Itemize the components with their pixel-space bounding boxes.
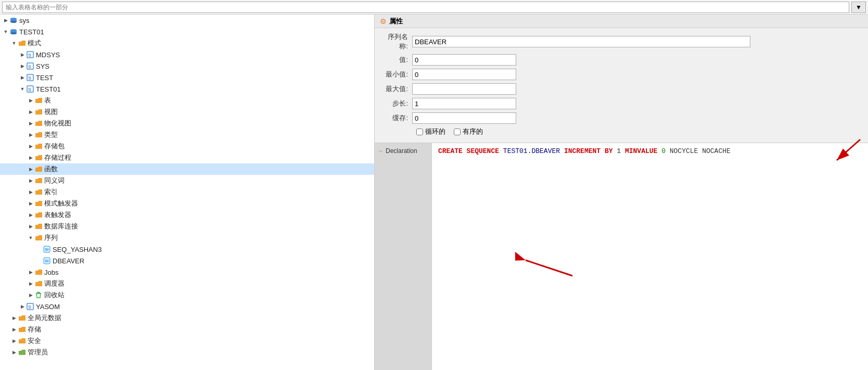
tree-item-global-meta[interactable]: 全局元数据 — [0, 312, 374, 324]
svg-point-5 — [10, 32, 17, 34]
tree-item-synonyms[interactable]: 同义词 — [0, 175, 374, 186]
cycle-checkbox[interactable] — [416, 129, 423, 135]
sql-increment: INCREMENT BY — [564, 147, 613, 155]
tree-item-table[interactable]: 表 — [0, 95, 374, 106]
tree-label-types: 类型 — [44, 130, 58, 139]
expand-arrow-schema-triggers — [27, 200, 34, 207]
tree-item-matview[interactable]: 物化视图 — [0, 118, 374, 129]
tree-item-recycle[interactable]: 回收站 — [0, 289, 374, 301]
seq-name-input[interactable] — [412, 36, 750, 47]
tree-item-view[interactable]: 视图 — [0, 106, 374, 118]
form-row-max: 最大值: — [381, 83, 862, 95]
declaration-tab-icon: ↔ — [378, 148, 384, 154]
tree-label-mdsys: MDSYS — [36, 51, 60, 59]
checkboxes-row: 循环的 有序的 — [416, 127, 862, 136]
properties-header: ⚙ 属性 — [375, 15, 868, 28]
tree-item-procedures[interactable]: 存储过程 — [0, 152, 374, 163]
tree-item-sys2[interactable]: S SYS — [0, 60, 374, 72]
tree-item-storage[interactable]: 存储 — [0, 324, 374, 335]
tree-item-db-links[interactable]: 数据库连接 — [0, 221, 374, 232]
tree-label-test01-schema: TEST01 — [36, 85, 61, 93]
svg-text:≡: ≡ — [47, 259, 49, 263]
filter-icon: ▼ — [856, 4, 862, 11]
cache-input[interactable] — [412, 112, 516, 124]
cycle-checkbox-item: 循环的 — [416, 127, 445, 136]
top-bar: ▼ — [0, 0, 868, 15]
expand-arrow-storage — [10, 326, 18, 333]
declaration-tab[interactable]: ↔ Declaration — [378, 147, 417, 155]
tree-item-modes[interactable]: 模式 — [0, 37, 374, 49]
folder-icon-db-links — [34, 222, 43, 231]
tree-label-yasom: YASOM — [36, 303, 60, 311]
tree-item-table-triggers[interactable]: 表触发器 — [0, 209, 374, 221]
cycle-label: 循环的 — [425, 127, 445, 136]
form-row-step: 步长: — [381, 98, 862, 109]
properties-form: 序列名称: 值: 最小值: 最大值: — [375, 28, 868, 143]
tree-label-schedulers: 调度器 — [44, 279, 65, 288]
expand-arrow-procedures — [27, 154, 34, 161]
tree-item-indexes[interactable]: 索引 — [0, 186, 374, 198]
tree-label-sys: sys — [19, 17, 30, 24]
tree-item-test[interactable]: S TEST — [0, 72, 374, 83]
folder-icon-admin — [18, 348, 26, 356]
expand-arrow-packages — [27, 143, 34, 150]
min-label: 最小值: — [381, 70, 412, 79]
tree-label-dbeaver: DBEAVER — [53, 257, 84, 265]
step-input[interactable] — [412, 98, 516, 109]
tree-label-sys2: SYS — [36, 62, 49, 70]
tree-item-sequences[interactable]: 序列 — [0, 232, 374, 244]
db-icon-test01 — [9, 28, 18, 36]
expand-arrow-schedulers — [27, 280, 34, 287]
tree-item-sys[interactable]: sys — [0, 15, 374, 26]
tree-label-table: 表 — [44, 96, 51, 105]
expand-arrow-functions — [27, 165, 34, 173]
folder-icon-jobs — [34, 268, 43, 276]
schema-icon-test01: S — [26, 85, 34, 93]
folder-icon-procedures — [34, 154, 43, 162]
recycle-icon — [34, 291, 43, 299]
expand-arrow-sys — [2, 17, 9, 24]
tree-label-procedures: 存储过程 — [44, 153, 71, 162]
tree-label-matview: 物化视图 — [44, 119, 71, 128]
tree-item-yasom[interactable]: S YASOM — [0, 301, 374, 312]
svg-point-2 — [10, 21, 17, 23]
tree-item-seq-yashan3[interactable]: S ≡ SEQ_YASHAN3 — [0, 244, 374, 255]
sql-object: TEST01.DBEAVER — [503, 147, 560, 155]
folder-icon-table — [34, 96, 43, 105]
svg-text:S: S — [28, 304, 31, 310]
expand-arrow-matview — [27, 120, 34, 127]
tree-item-dbeaver[interactable]: S ≡ DBEAVER — [0, 255, 374, 266]
form-row-seq-name: 序列名称: — [381, 32, 862, 51]
ordered-checkbox[interactable] — [454, 129, 461, 135]
expand-arrow-test01-schema — [19, 85, 26, 93]
tree-item-mdsys[interactable]: S MDSYS — [0, 49, 374, 60]
tree-item-schedulers[interactable]: 调度器 — [0, 278, 374, 289]
ordered-label: 有序的 — [463, 127, 483, 136]
tree-item-test01-schema[interactable]: S TEST01 — [0, 83, 374, 95]
tree-label-schema-triggers: 模式触发器 — [44, 199, 78, 208]
folder-icon-storage — [18, 325, 26, 334]
tree-item-admin[interactable]: 管理员 — [0, 347, 374, 358]
tree-item-test01-root[interactable]: TEST01 — [0, 26, 374, 37]
tree-item-types[interactable]: 类型 — [0, 129, 374, 141]
folder-icon-synonyms — [34, 176, 43, 185]
max-input[interactable] — [412, 83, 516, 95]
filter-button[interactable]: ▼ — [851, 2, 866, 13]
step-label: 步长: — [381, 99, 412, 108]
expand-arrow-synonyms — [27, 177, 34, 184]
search-input[interactable] — [2, 2, 849, 13]
tree-label-admin: 管理员 — [28, 348, 48, 357]
expand-arrow-admin — [10, 349, 18, 356]
tree-item-schema-triggers[interactable]: 模式触发器 — [0, 198, 374, 209]
min-input[interactable] — [412, 69, 516, 80]
tree-item-functions[interactable]: 函数 — [0, 163, 374, 175]
expand-arrow-jobs — [27, 269, 34, 276]
svg-text:S: S — [28, 75, 31, 81]
value-input[interactable] — [412, 54, 516, 66]
folder-icon-view — [34, 108, 43, 116]
tree-item-packages[interactable]: 存储包 — [0, 141, 374, 152]
tree-item-jobs[interactable]: Jobs — [0, 266, 374, 278]
tree-item-security[interactable]: 安全 — [0, 335, 374, 347]
folder-icon-security — [18, 337, 26, 345]
tree-label-modes: 模式 — [28, 39, 41, 48]
